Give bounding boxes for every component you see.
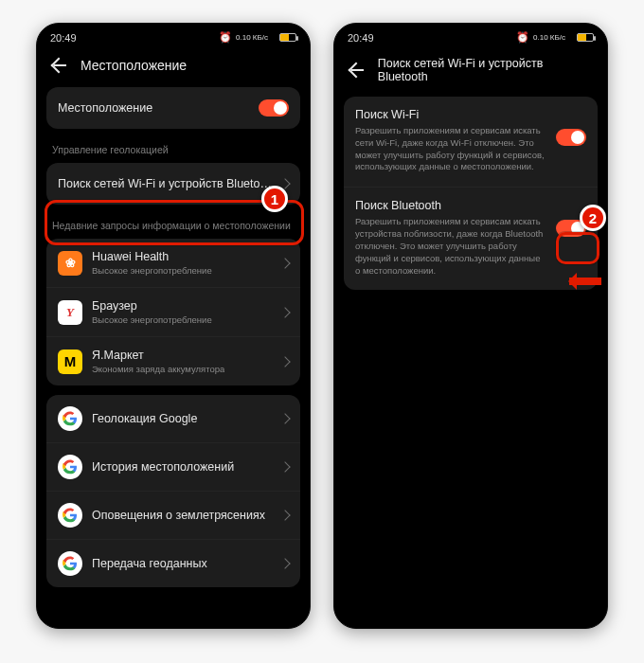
section-recent-label: Недавние запросы информации о местополож… <box>46 214 300 239</box>
row-master-toggle[interactable]: Местоположение <box>46 87 300 129</box>
status-bar: 20:49 ⏰ 0.10 КБ/с <box>37 24 310 47</box>
card-scan: Поиск сетей Wi-Fi и устройств Bluetooth <box>46 163 300 205</box>
bt-scan-desc: Разрешить приложениям и сервисам искать … <box>355 216 586 277</box>
list-item[interactable]: Y Браузер Высокое энергопотребление <box>46 287 300 336</box>
scan-row-label: Поиск сетей Wi-Fi и устройств Bluetooth <box>58 177 272 190</box>
list-item-google[interactable]: Передача геоданных <box>46 539 300 587</box>
chevron-right-icon <box>279 558 290 568</box>
net-speed: 0.10 КБ/с <box>533 33 565 42</box>
arrow-icon <box>569 278 601 285</box>
list-item-google[interactable]: Геолокация Google <box>46 395 300 442</box>
app-sub: Высокое энергопотребление <box>92 265 212 276</box>
bt-scan-toggle[interactable] <box>556 220 586 237</box>
status-time: 20:49 <box>348 32 374 44</box>
status-time: 20:49 <box>50 32 77 44</box>
app-icon-yandex: Y <box>58 300 82 325</box>
bt-scan-title: Поиск Bluetooth <box>355 199 586 212</box>
chevron-right-icon <box>279 258 290 268</box>
app-name: Браузер <box>92 299 212 313</box>
list-item-google[interactable]: Оповещения о землетрясениях <box>46 491 300 539</box>
back-button[interactable] <box>348 62 365 79</box>
card-google: Геолокация GoogleИстория местоположенийО… <box>46 395 300 587</box>
list-item-google[interactable]: История местоположений <box>46 442 300 491</box>
google-icon <box>58 406 82 431</box>
google-icon <box>58 455 82 479</box>
master-toggle-label: Местоположение <box>58 101 152 115</box>
phone-left: 20:49 ⏰ 0.10 КБ/с Местоположение Местопо… <box>36 23 311 629</box>
page-title: Местоположение <box>80 58 187 73</box>
phone-right: 20:49 ⏰ 0.10 КБ/с Поиск сетей Wi-Fi и ус… <box>333 23 608 629</box>
app-name: Я.Маркет <box>92 349 224 362</box>
content: Местоположение Управление геолокацией По… <box>37 87 310 587</box>
app-sub: Высокое энергопотребление <box>92 314 212 325</box>
stage: 20:49 ⏰ 0.10 КБ/с Местоположение Местопо… <box>0 0 644 652</box>
google-row-label: Передача геоданных <box>92 557 207 570</box>
wifi-scan-toggle[interactable] <box>556 129 586 146</box>
google-icon <box>58 551 82 576</box>
card-master: Местоположение <box>46 87 300 129</box>
alarm-icon: ⏰ <box>516 31 529 44</box>
wifi-scan-desc: Разрешить приложениям и сервисам искать … <box>355 125 586 173</box>
app-bar: Поиск сетей Wi-Fi и устройств Bluetooth <box>334 47 607 97</box>
chevron-right-icon <box>279 356 290 367</box>
list-item[interactable]: М Я.Маркет Экономия заряда аккумулятора <box>46 336 300 385</box>
chevron-right-icon <box>279 178 290 188</box>
net-speed: 0.10 КБ/с <box>236 33 268 42</box>
back-button[interactable] <box>50 57 67 74</box>
app-icon-huawei: ❀ <box>58 251 82 276</box>
app-bar: Местоположение <box>37 47 310 87</box>
alarm-icon: ⏰ <box>219 31 232 44</box>
content: Поиск Wi-Fi Разрешить приложениям и серв… <box>334 97 607 290</box>
status-right: ⏰ 0.10 КБ/с <box>219 31 296 44</box>
google-row-label: История местоположений <box>92 460 234 474</box>
battery-icon <box>279 33 296 42</box>
wifi-scan-title: Поиск Wi-Fi <box>355 108 586 121</box>
row-wifi-bt-scan[interactable]: Поиск сетей Wi-Fi и устройств Bluetooth <box>46 163 300 205</box>
card-recent: ❀ Huawei Health Высокое энергопотреблени… <box>46 239 300 385</box>
page-title: Поиск сетей Wi-Fi и устройств Bluetooth <box>378 57 594 83</box>
master-toggle[interactable] <box>259 99 289 116</box>
chevron-right-icon <box>279 510 290 520</box>
app-icon-market: М <box>58 349 82 374</box>
google-row-label: Геолокация Google <box>92 412 197 425</box>
status-right: ⏰ 0.10 КБ/с <box>516 31 594 44</box>
section-manage-label: Управление геолокацией <box>46 138 300 163</box>
row-wifi-scan[interactable]: Поиск Wi-Fi Разрешить приложениям и серв… <box>344 97 598 187</box>
list-item[interactable]: ❀ Huawei Health Высокое энергопотреблени… <box>46 239 300 287</box>
battery-icon <box>577 33 594 42</box>
google-row-label: Оповещения о землетрясениях <box>92 509 265 522</box>
app-name: Huawei Health <box>92 250 212 263</box>
status-bar: 20:49 ⏰ 0.10 КБ/с <box>334 24 607 47</box>
google-icon <box>58 503 82 528</box>
chevron-right-icon <box>279 307 290 317</box>
chevron-right-icon <box>279 413 290 423</box>
app-sub: Экономия заряда аккумулятора <box>92 364 224 374</box>
chevron-right-icon <box>279 461 290 472</box>
card-scan-settings: Поиск Wi-Fi Разрешить приложениям и серв… <box>344 97 598 290</box>
